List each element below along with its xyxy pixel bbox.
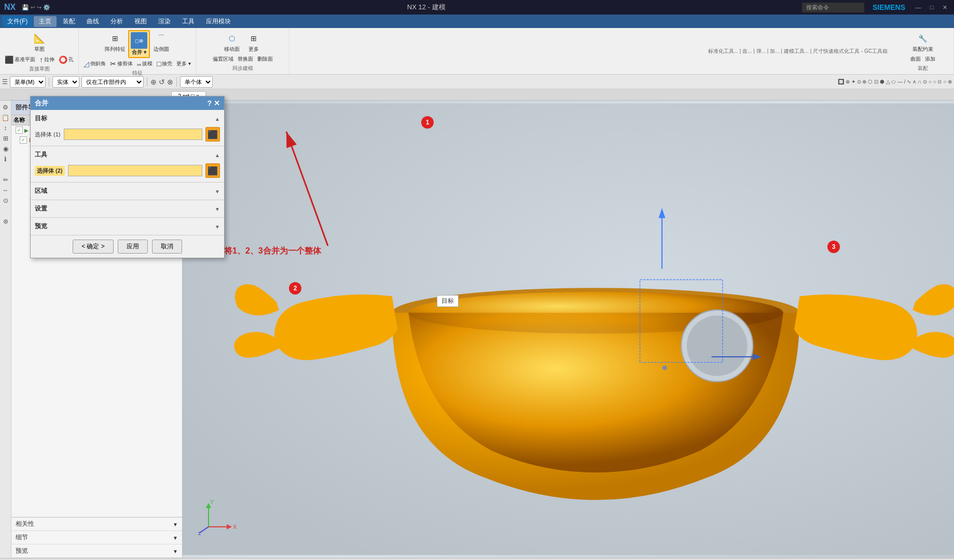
curve-surface-button[interactable]: 曲面 [909, 55, 922, 63]
add-button[interactable]: 添加 [923, 55, 937, 63]
offset-region-button[interactable]: 偏置区域 [211, 55, 235, 63]
dialog-help-btn[interactable]: ? [207, 99, 212, 107]
datum-plane-icon: ⬛ [5, 55, 13, 64]
region-section-header[interactable]: 区域 [35, 185, 220, 198]
edge-blend-button[interactable]: ⌒ 边倒圆 [151, 30, 172, 54]
scope-select[interactable]: 仅在工作部件内 [81, 76, 144, 88]
extrude-button[interactable]: ↑ 拉伸 [38, 55, 56, 64]
settings-chevron [215, 205, 220, 213]
sidebar-preview-btn[interactable]: 预览 [11, 544, 182, 558]
menu-select[interactable]: 菜单(M) [10, 76, 46, 88]
nx-logo: NX [4, 3, 16, 12]
separator2 [147, 77, 147, 87]
annotation-text: 将1、2、3合并为一个整体 [224, 246, 321, 257]
coord-axis: X Y Z [198, 496, 240, 537]
maximize-button[interactable]: □ [927, 3, 936, 12]
ribbon-group-sync: ⬡ 移动面 ⊞ 更多 偏置区域 替换面 删除面 同步建模 [196, 28, 289, 74]
pattern-feature-button[interactable]: ⊞ 阵列特征 [103, 30, 127, 54]
close-button[interactable]: ✕ [941, 3, 950, 12]
tree-check-1[interactable]: ✓ [20, 136, 27, 144]
menu-icon[interactable]: ☰ [2, 78, 8, 86]
menu-render[interactable]: 渲染 [153, 16, 176, 27]
settings-icon[interactable]: ⚙ [1, 103, 10, 112]
trim-button[interactable]: ✂ 修剪体 [108, 59, 134, 68]
unite-button[interactable]: ◻⊕ 合并 ▾ [128, 30, 150, 58]
snap-tools: 🔲 ⊕ ✦ ⊙ ⊕ ⬡ ⊡ ⬢ △ ⬭ — / ∿ ∧ ∩ ⊙ ○ ○ ⊙ ○ … [838, 79, 952, 85]
settings-section-header[interactable]: 设置 [35, 202, 220, 215]
more-feature-button[interactable]: 更多 ▾ [175, 59, 192, 68]
preview-section-header[interactable]: 预览 [35, 220, 220, 233]
edge-blend-icon: ⌒ [154, 31, 169, 46]
unite-icon: ◻⊕ [131, 32, 147, 49]
target-select-input[interactable] [64, 129, 203, 140]
ok-button[interactable]: < 确定 > [73, 240, 114, 254]
tool-select-input[interactable] [68, 165, 203, 176]
preview-bottom-chevron [173, 548, 178, 555]
cancel-button[interactable]: 取消 [152, 240, 182, 254]
search-box[interactable]: 搜索命令 [802, 3, 864, 12]
replace-face-button[interactable]: 替换面 [236, 55, 255, 63]
target-select-row: 选择体 (1) ⬛ [35, 125, 220, 144]
sidebar-detail-btn[interactable]: 细节 [11, 531, 182, 544]
nav-icon-2[interactable]: ↕ [1, 123, 10, 133]
menu-analysis[interactable]: 分析 [105, 16, 128, 27]
dialog-preview-section: 预览 [31, 218, 224, 235]
nav-icon-3[interactable]: ⊞ [1, 134, 10, 143]
draft-button[interactable]: ⟗ 拔模 [135, 59, 154, 68]
extrude-icon: ↑ [39, 55, 43, 64]
apply-button[interactable]: 应用 [118, 240, 148, 254]
statusbar: 选择工具体 实体 已选定 - 全部 2 [0, 558, 954, 560]
nav-icon-8[interactable]: ⊙ [1, 196, 10, 205]
separator1 [49, 77, 49, 87]
move-face-button[interactable]: ⬡ 移动面 [222, 30, 242, 54]
dialog-tool-section: 工具 选择体 (2) ⬛ [31, 146, 224, 183]
entity-type-select[interactable]: 实体 [52, 76, 79, 88]
sketch-button[interactable]: 📐 草图 [29, 30, 50, 54]
svg-point-10 [662, 366, 667, 370]
tool-icon-btn[interactable]: ⬛ [205, 163, 220, 178]
dialog-close-btn[interactable]: ✕ [214, 99, 220, 107]
dialog-target-section: 目标 选择体 (1) ⬛ [31, 110, 224, 146]
tree-check-0[interactable]: ✓ [16, 127, 23, 134]
dialog-panel: 合并 ? ✕ 目标 选择体 (1) ⬛ 工具 选择体 (2) ⬛ [30, 96, 225, 258]
pattern-icon: ⊞ [108, 31, 122, 46]
app-title: NX 12 - 建模 [407, 3, 446, 12]
more-sync-button[interactable]: ⊞ 更多 [243, 30, 264, 54]
titlebar: NX 💾 ↩ ↪ ⚙️ NX 12 - 建模 搜索命令 SIEMENS — □ … [0, 0, 954, 15]
model-canvas [183, 101, 954, 558]
menu-apps[interactable]: 应用模块 [201, 16, 236, 27]
assembly-bundle-button[interactable]: 🔧 装配约束 [911, 30, 935, 54]
dialog-title-text: 合并 [35, 99, 48, 108]
sidebar-bottom: 相关性 细节 预览 [11, 517, 182, 558]
nav-icon-7[interactable]: ↔ [1, 186, 10, 195]
marker-2: 2 [289, 282, 301, 295]
menu-file[interactable]: 文件(F) [2, 16, 33, 27]
more-sync-icon: ⊞ [246, 31, 261, 46]
delete-face-button[interactable]: 删除面 [256, 55, 274, 63]
menu-home[interactable]: 主页 [34, 16, 57, 27]
target-label: 目标 [437, 295, 459, 307]
target-icon-btn[interactable]: ⬛ [205, 127, 220, 142]
nav-icon-9[interactable]: ⊛ [1, 217, 10, 226]
dialog-region-section: 区域 [31, 183, 224, 200]
menu-curve[interactable]: 曲线 [81, 16, 104, 27]
menu-view[interactable]: 视图 [129, 16, 152, 27]
nav-icon-1[interactable]: 📋 [1, 113, 10, 122]
menu-tools[interactable]: 工具 [177, 16, 200, 27]
target-section-header[interactable]: 目标 [35, 112, 220, 125]
hole-button[interactable]: ⭕ 孔 [57, 55, 75, 64]
nav-icon-4[interactable]: ◉ [1, 144, 10, 153]
single-body-select[interactable]: 单个体 [180, 76, 213, 88]
minimize-button[interactable]: — [914, 3, 923, 12]
tool-section-header[interactable]: 工具 [35, 148, 220, 161]
sidebar-related-btn[interactable]: 相关性 [11, 517, 182, 531]
menu-assembly[interactable]: 装配 [58, 16, 80, 27]
tree-icon-0: ▶ [24, 128, 29, 133]
datum-plane-button[interactable]: ⬛ 基准平面 [3, 55, 37, 64]
nav-icon-5[interactable]: ℹ [1, 155, 10, 164]
brand-logo: SIEMENS [873, 3, 905, 11]
nav-icon-6[interactable]: ✏ [1, 175, 10, 185]
shell-button[interactable]: □ 抽壳 [155, 59, 174, 68]
chamfer-button[interactable]: ◿ 倒斜角 [82, 59, 107, 68]
ribbon-toolbar: 📐 草图 ⬛ 基准平面 ↑ 拉伸 ⭕ 孔 直接草图 ⊞ 阵列 [0, 28, 954, 75]
